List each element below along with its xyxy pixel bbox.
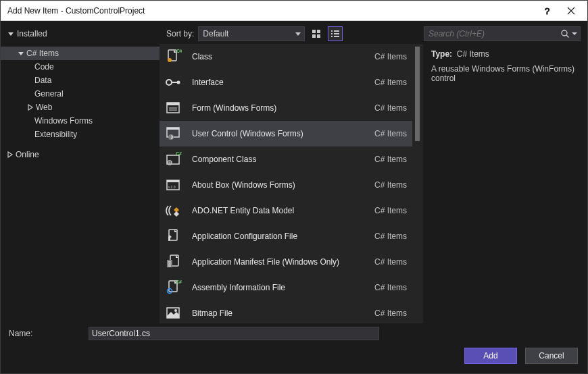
view-list-button[interactable] [328, 26, 343, 41]
svg-rect-6 [334, 30, 339, 32]
adonet-icon [164, 201, 182, 220]
svg-rect-2 [317, 30, 320, 33]
template-category: C# Items [374, 52, 407, 61]
asm-icon: C#i [164, 278, 182, 297]
component-icon: C# [164, 150, 182, 169]
template-item[interactable]: Application Manifest File (Windows Only)… [160, 249, 412, 275]
template-name: Bitmap File [192, 309, 365, 318]
template-category: C# Items [374, 206, 407, 215]
template-name: About Box (Windows Forms) [192, 180, 365, 190]
name-input[interactable] [89, 327, 379, 340]
details-panel: Type: C# Items A reusable Windows Forms … [423, 44, 587, 323]
template-name: Application Configuration File [192, 232, 365, 241]
manifest-icon [164, 252, 182, 271]
svg-text:?: ? [545, 7, 549, 15]
top-row: Installed Sort by: Default [1, 21, 587, 44]
template-category: C# Items [374, 232, 407, 241]
template-list-container: C#ClassC# ItemsInterfaceC# ItemsForm (Wi… [160, 44, 423, 323]
expander-icon [6, 151, 14, 158]
sort-by-dropdown[interactable]: Default [198, 26, 305, 41]
tree-item-csharp-items[interactable]: C# Items [1, 47, 160, 60]
chevron-down-icon [572, 31, 577, 36]
template-item[interactable]: Application Configuration FileC# Items [160, 223, 412, 249]
tree-item-general[interactable]: General [1, 87, 160, 101]
cancel-button[interactable]: Cancel [525, 348, 578, 364]
scrollbar-vertical[interactable] [412, 44, 423, 323]
dialog-title: Add New Item - CustomControlProject [7, 6, 535, 16]
tree-item-extensibility[interactable]: Extensibility [1, 128, 160, 141]
template-item[interactable]: C#ClassC# Items [160, 44, 412, 70]
titlebar: Add New Item - CustomControlProject ? [1, 1, 587, 21]
expander-icon [7, 30, 14, 37]
template-item[interactable]: v.1.0About Box (Windows Forms)C# Items [160, 172, 412, 198]
tree-item-code[interactable]: Code [1, 60, 160, 74]
template-item[interactable]: User Control (Windows Forms)C# Items [160, 121, 412, 146]
template-category: C# Items [374, 257, 407, 267]
svg-point-24 [168, 134, 174, 140]
svg-point-14 [168, 58, 172, 62]
config-icon [164, 227, 182, 246]
template-item[interactable]: C#iAssembly Information FileC# Items [160, 275, 412, 300]
add-button[interactable]: Add [464, 348, 517, 364]
chevron-down-icon [295, 30, 301, 37]
svg-point-11 [562, 30, 567, 36]
template-category: C# Items [374, 180, 407, 190]
template-category: C# Items [374, 129, 407, 138]
template-category: C# Items [374, 309, 407, 318]
template-category: C# Items [374, 283, 407, 292]
interface-icon [164, 73, 182, 92]
search-input[interactable] [428, 29, 560, 38]
tree-root-installed[interactable]: Installed [7, 29, 160, 38]
template-category: C# Items [374, 78, 407, 87]
template-name: Application Manifest File (Windows Only) [192, 257, 365, 267]
svg-rect-7 [331, 33, 333, 34]
svg-point-15 [166, 80, 172, 85]
expander-icon [26, 104, 34, 111]
svg-point-42 [174, 309, 177, 312]
svg-text:C#: C# [176, 49, 182, 53]
template-item[interactable]: C#Component ClassC# Items [160, 146, 412, 172]
form-icon [164, 99, 182, 117]
description-text: A reusable Windows Forms (WinForms) cont… [431, 64, 579, 83]
tree-item-windows-forms[interactable]: Windows Forms [1, 114, 160, 128]
template-item[interactable]: Form (Windows Forms)C# Items [160, 95, 412, 121]
type-row: Type: C# Items [431, 49, 579, 59]
close-button[interactable] [559, 1, 583, 20]
template-item[interactable]: ADO.NET Entity Data ModelC# Items [160, 198, 412, 223]
body: C# Items Code Data General Web Windows F… [1, 44, 587, 323]
expander-icon [17, 50, 25, 57]
aboutbox-icon: v.1.0 [164, 176, 182, 194]
dialog-window: Add New Item - CustomControlProject ? In… [0, 0, 588, 374]
sort-by-label: Sort by: [166, 29, 194, 38]
template-name: User Control (Windows Forms) [192, 129, 365, 138]
view-grid-button[interactable] [309, 26, 324, 41]
svg-rect-9 [331, 36, 333, 37]
search-box[interactable] [424, 26, 581, 41]
name-label: Name: [9, 329, 82, 338]
usercontrol-icon [164, 124, 182, 143]
template-name: Interface [192, 78, 365, 87]
tree-root-online[interactable]: Online [1, 148, 160, 161]
svg-rect-10 [334, 36, 339, 37]
category-tree: C# Items Code Data General Web Windows F… [1, 44, 160, 323]
type-value: C# Items [457, 49, 489, 59]
template-name: ADO.NET Entity Data Model [192, 206, 365, 215]
scrollbar-thumb[interactable] [415, 47, 420, 141]
bitmap-icon [164, 304, 182, 323]
template-category: C# Items [374, 155, 407, 164]
template-name: Form (Windows Forms) [192, 103, 365, 113]
tree-item-data[interactable]: Data [1, 74, 160, 87]
template-category: C# Items [374, 103, 407, 113]
svg-text:v.1.0: v.1.0 [168, 185, 176, 189]
svg-text:C#: C# [176, 279, 182, 284]
svg-rect-5 [331, 30, 333, 32]
search-icon [560, 29, 570, 38]
tree-item-web[interactable]: Web [1, 101, 160, 114]
buttons-row: Add Cancel [1, 344, 587, 373]
name-row: Name: [1, 323, 587, 344]
svg-rect-19 [167, 103, 179, 105]
template-item[interactable]: InterfaceC# Items [160, 70, 412, 95]
svg-rect-3 [312, 34, 316, 38]
template-item[interactable]: Bitmap FileC# Items [160, 300, 412, 323]
help-button[interactable]: ? [535, 1, 559, 20]
